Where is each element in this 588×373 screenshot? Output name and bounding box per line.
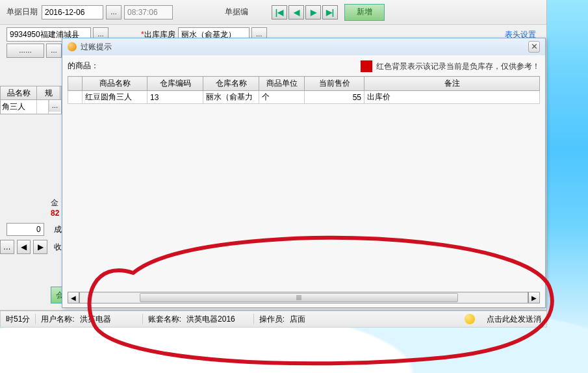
status-op-value: 店面 [290, 314, 305, 325]
new-button[interactable]: 新增 [344, 4, 385, 21]
bg-col-spec: 规 [37, 86, 60, 99]
date-label: 单据日期 [6, 6, 38, 18]
dialog-icon [68, 42, 77, 51]
status-bar: 时51分 用户名称: 洪英电器 账套名称: 洪英电器2016 操作员: 店面 点… [0, 311, 547, 328]
cell-product-name: 红豆圆角三人 [83, 91, 147, 104]
col-product-name: 商品名称 [83, 77, 147, 91]
top-toolbar: 单据日期 … 单据编 |◀ ◀ ▶ ▶| 新增 [0, 0, 546, 25]
scroll-thumb[interactable] [140, 293, 458, 302]
recv-label: 收 [54, 242, 62, 253]
status-time: 时51分 [6, 314, 30, 325]
status-acct-label: 账套名称: [148, 314, 181, 325]
posting-dialog: 过账提示 ✕ 的商品： 红色背景表示该记录当前是负库存，仅供参考！ 商品名称 仓… [62, 38, 546, 308]
bg-cell-name: 角三人 [1, 100, 37, 114]
negative-stock-note: 红色背景表示该记录当前是负库存，仅供参考！ [376, 61, 540, 72]
col-remark: 备注 [364, 77, 540, 91]
status-user-value: 洪英电器 [80, 314, 111, 325]
col-price: 当前售价 [305, 77, 364, 91]
smiley-icon[interactable] [465, 314, 475, 324]
dialog-title: 过账提示 [81, 42, 528, 53]
nav-next-button[interactable]: ▶ [305, 5, 321, 19]
cell-unit: 个 [259, 91, 305, 104]
bg-cell-spec [37, 100, 49, 114]
bg-row[interactable]: 角三人 … [0, 100, 62, 114]
scroll-right-button[interactable]: ▶ [528, 292, 540, 303]
table-row[interactable]: 红豆圆角三人 13 丽水（俞基力 个 55 出库价 [68, 91, 540, 104]
col-unit: 商品单位 [259, 77, 305, 91]
bg-grid-header: 品名称 规 [0, 86, 62, 100]
cell-wh-name: 丽水（俞基力 [203, 91, 259, 104]
cell-wh-code: 13 [147, 91, 203, 104]
number-input[interactable] [6, 223, 44, 236]
summary-panel: 金 82 成 … ◀ ▶ 收 [0, 198, 62, 254]
status-send-msg[interactable]: 点击此处发送消 [487, 314, 541, 325]
dialog-hscrollbar[interactable]: ◀ ▶ [68, 292, 540, 303]
bg-grid: 品名称 规 角三人 … [0, 86, 62, 114]
nav-first-button[interactable]: |◀ [272, 5, 287, 19]
dialog-table: 商品名称 仓库编码 仓库名称 商品单位 当前售价 备注 红豆圆角三人 13 丽水… [68, 76, 540, 104]
scroll-left-button[interactable]: ◀ [68, 292, 79, 303]
doc-no-label: 单据编 [225, 6, 248, 18]
scroll-track[interactable] [79, 292, 528, 303]
status-acct-value: 洪英电器2016 [186, 314, 235, 325]
red-square-icon [361, 60, 372, 72]
cell-price: 55 [305, 91, 364, 104]
table-header-row: 商品名称 仓库编码 仓库名称 商品单位 当前售价 备注 [68, 77, 540, 91]
main-window: 单据日期 … 单据编 |◀ ◀ ▶ ▶| 新增 … *出库库房 … 表头设置 …… [0, 0, 547, 311]
nav-last-button[interactable]: ▶| [322, 5, 338, 19]
status-user-label: 用户名称: [41, 314, 74, 325]
nav-prev-button[interactable]: ◀ [288, 5, 304, 19]
close-icon[interactable]: ✕ [528, 41, 540, 53]
time-field[interactable] [124, 5, 173, 19]
date-input[interactable] [42, 5, 103, 19]
status-op-label: 操作员: [259, 314, 285, 325]
lookup-button[interactable]: … [46, 44, 62, 58]
amount-label: 金 [51, 198, 58, 207]
cost-label: 成 [54, 225, 62, 234]
left-arrow-button[interactable]: ◀ [17, 240, 31, 254]
col-wh-code: 仓库编码 [147, 77, 203, 91]
col-wh-name: 仓库名称 [203, 77, 259, 91]
ellipsis-button[interactable]: … [0, 240, 14, 254]
bg-cell-lookup-button[interactable]: … [49, 100, 60, 112]
date-picker-button[interactable]: … [106, 5, 121, 19]
right-arrow-button[interactable]: ▶ [33, 240, 47, 254]
cell-remark: 出库价 [364, 91, 540, 104]
goods-label: 的商品： [68, 60, 99, 71]
bg-col-name: 品名称 [1, 86, 37, 99]
amount-value: 82 [51, 209, 59, 218]
dialog-titlebar[interactable]: 过账提示 ✕ [62, 38, 545, 55]
ellipsis-field[interactable]: …… [6, 44, 44, 58]
